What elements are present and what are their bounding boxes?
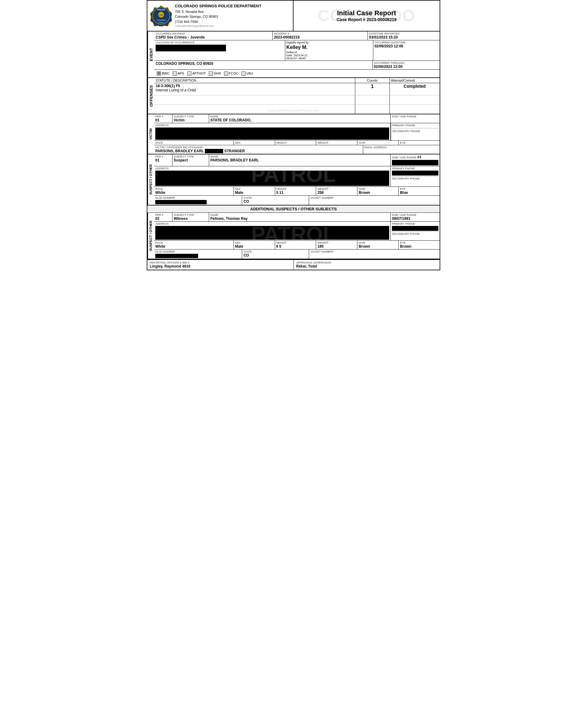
victim-row3: RACE SEX HEIGHT WEIGHT: [154, 141, 440, 145]
add-suspect-eye-label: EYE: [400, 241, 439, 244]
occurred-date-label: OCCURRED DATE/TIME: [375, 41, 439, 44]
city-state-value: COLORADO SPRINGS, CO 80920: [156, 62, 371, 66]
suspect-address-label: ADDRESS: [155, 167, 389, 170]
offense-counts-3: [355, 104, 390, 114]
checkbox-bwc: ☒ BWC: [157, 72, 170, 75]
approving-cell: APPROVING SUPERVISOR Rekar, Todd: [294, 260, 440, 270]
add-suspect-inner: SUSPECT / OTHER PER # 02 SUBJECT TYPE Wi…: [147, 213, 440, 259]
relationship-redacted: [205, 149, 223, 153]
datetime-reported-cell: DATE/TIME REPORTED 03/01/2023 15:20: [368, 31, 440, 40]
occurred-incident-cell: OCCURRED INCIDENT CSPD Sex Crimes - Juve…: [155, 31, 273, 40]
suspect-inner: SUSPECT / OTHER PER # 01 SUBJECT TYPE Su…: [147, 155, 440, 205]
add-suspect-weight-value: 185: [318, 244, 356, 249]
add-suspect-row3: RACE White SEX Male HEIGHT 6 0 WEIGHT 18…: [154, 241, 440, 250]
vau-label: VAU: [246, 72, 253, 75]
victim-label: VICTIM: [147, 114, 154, 154]
add-suspect-hair-label: HAIR: [359, 241, 397, 244]
occurred-incident-label: OCCURRED INCIDENT: [156, 32, 271, 35]
suspect-height-value: 5 11: [276, 190, 315, 195]
occurred-through-value: 02/06/2023 12:00: [374, 65, 439, 69]
bwc-box[interactable]: ☒: [157, 72, 161, 75]
header-left: POLICE CSPD COLORADO SPRINGS COLORADO SP…: [147, 1, 294, 31]
suspect-address-redacted: [155, 171, 389, 186]
victim-hair-label: HAIR: [359, 141, 397, 144]
victim-hair-cell: HAIR: [357, 141, 399, 145]
add-suspect-weight-cell: WEIGHT 185: [316, 241, 357, 249]
checkbox-row: ☒ BWC □ APS □ APTHOT: [157, 71, 437, 76]
occurred-date-value: 02/06/2023 12:00: [375, 44, 439, 48]
victim-address-cell: ADDRESS: [154, 123, 391, 140]
suspect-phone-redacted: [392, 171, 439, 175]
suspect-dob-cell: DOB / AGE RANGE 44: [391, 155, 440, 166]
reporting-value: Lingley, Raymond 4910: [150, 264, 291, 268]
event-row4: ☒ BWC □ APS □ APTHOT: [155, 70, 440, 77]
add-suspect-primary-phone-label: PRIMARY PHONE: [392, 222, 439, 225]
victim-sex-label: SEX: [235, 141, 274, 144]
location-cell: LOCATION OF OCCURRENCE: [155, 40, 285, 61]
suspect-jacket-label: JACKET NUMBER: [310, 196, 439, 199]
add-suspect-dl-redacted: [155, 254, 198, 258]
victim-row2: ADDRESS PRIMARY PHONE SECONDARY PHONE: [154, 123, 440, 141]
suspect-per-cell: PER # 01: [154, 155, 172, 166]
checkbox-aps: □ APS: [173, 72, 184, 75]
add-suspect-weight-label: WEIGHT: [318, 241, 356, 244]
victim-per-label: PER #: [155, 115, 171, 118]
address2: Colorado Springs, CO 80903: [175, 14, 261, 19]
victim-name-cell: NAME STATE OF COLORADO,: [209, 114, 391, 123]
suspect-address-cell: ADDRESS: [154, 166, 391, 187]
offense-statute-3: [155, 104, 355, 114]
offense-counts-2: [355, 95, 390, 104]
aps-label: APS: [178, 72, 184, 75]
add-suspect-dl-cell: DL/ID NUMBER: [154, 250, 242, 259]
add-suspect-name-label: NAME: [210, 213, 389, 216]
event-wrapper: EVENT OCCURRED INCIDENT CSPD Sex Crimes …: [147, 31, 440, 77]
suspect-state-value: CO: [243, 199, 308, 204]
checkboxes-cell: ☒ BWC □ APS □ APTHOT: [155, 70, 440, 77]
aps-box[interactable]: □: [173, 72, 177, 75]
add-suspect-type-value: Witness: [174, 216, 208, 221]
victim-eye-cell: EYE: [399, 141, 440, 145]
offense-statute-2: [155, 95, 355, 104]
checkbox-apthot: □ APTHOT: [187, 72, 206, 75]
fcoc-box[interactable]: □: [224, 72, 228, 75]
victim-address-redacted: [155, 127, 389, 140]
add-suspect-race-cell: RACE White: [154, 241, 234, 249]
suspect-dob-redacted: [392, 160, 439, 165]
suspect-sex-cell: SEX Male: [234, 187, 275, 195]
suspect-race-cell: RACE White: [154, 187, 234, 195]
add-suspect-dob-label: DOB / AGE RANGE: [392, 213, 439, 216]
footer: REPORTING OFFICER & IBM # Lingley, Raymo…: [147, 259, 440, 270]
offense-attempt-3: [390, 104, 440, 114]
suspect-dl-redacted: [155, 200, 207, 204]
bwc-label: BWC: [162, 72, 170, 75]
watermark-url: ColoradoPathologicalPatrol.com: [175, 24, 261, 28]
victim-height-cell: HEIGHT: [275, 141, 316, 145]
suspect-hair-value: Brown: [359, 190, 397, 195]
event-row2: LOCATION OF OCCURRENCE Digitally signed …: [155, 40, 440, 61]
occurred-through-cell: OCCURRED THROUGH 02/06/2023 12:00: [373, 61, 440, 69]
victim-address-label: ADDRESS: [155, 124, 389, 127]
victim-relationship-value: PARSONS, BRADLEY EARL STRANGER: [155, 149, 362, 153]
victim-content: PER # 01 SUBJECT TYPE Victim NAME STATE …: [154, 114, 440, 154]
checkbox-fcoc: □ FCOC: [224, 72, 238, 75]
suspect-eye-cell: EYE Blue: [399, 187, 440, 195]
suspect-dob-label: DOB / AGE RANGE 44: [392, 155, 439, 159]
victim-relationship-cell: VICTIM / OFFENDER RELATIONSHIP PARSONS, …: [154, 145, 363, 154]
add-suspect-row1: PER # 02 SUBJECT TYPE Witness NAME Fello…: [154, 213, 440, 222]
dept-name: COLORADO SPRINGS POLICE DEPARTMENT: [175, 3, 261, 9]
vau-box[interactable]: □: [241, 72, 245, 75]
suspect-content: PER # 01 SUBJECT TYPE Suspect NAME PARSO…: [154, 155, 440, 205]
suspect-dob-age: 44: [417, 155, 421, 159]
offense-statute-1: 18-3-306(1) F5 Internet Luring of a Chil…: [155, 83, 355, 95]
offense-desc-1: Internet Luring of a Child: [156, 88, 354, 92]
dhs-box[interactable]: □: [209, 72, 213, 75]
add-suspect-state-label: STATE: [243, 250, 308, 253]
suspect-type-cell: SUBJECT TYPE Suspect: [172, 155, 209, 166]
victim-weight-label: WEIGHT: [318, 141, 356, 144]
suspect-sex-value: Male: [235, 190, 274, 195]
add-suspect-race-label: RACE: [155, 241, 232, 244]
additional-suspects-header: ADDITIONAL SUSPECTS / OTHER SUBJECTS: [147, 206, 440, 213]
apthot-box[interactable]: □: [187, 72, 191, 75]
suspect-state-cell: STATE CO: [242, 196, 309, 205]
suspect-type-label: SUBJECT TYPE: [174, 155, 208, 158]
